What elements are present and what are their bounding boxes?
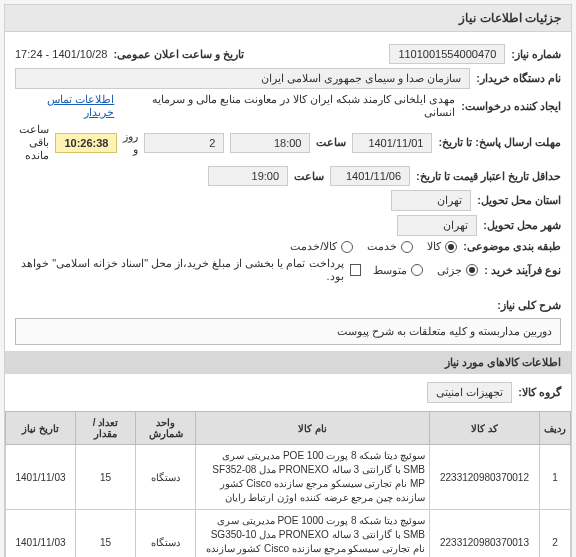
days-value: 2: [144, 133, 224, 153]
items-table: ردیف کد کالا نام کالا واحد شمارش تعداد /…: [5, 411, 571, 557]
radio-goods-service-icon: [341, 241, 353, 253]
table-row: 12233120980370012سوئیچ دیتا شبکه 8 پورت …: [6, 445, 571, 510]
group-value: تجهیزات امنیتی: [427, 382, 512, 403]
row-city: شهر محل تحویل: تهران: [15, 215, 561, 236]
contact-link[interactable]: اطلاعات تماس خریدار: [15, 93, 114, 119]
creator-label: ایجاد کننده درخواست:: [461, 100, 561, 113]
row-desc-label: شرح کلی نیاز:: [5, 299, 571, 312]
row-category: طبقه بندی موضوعی: کالا خدمت کالا/خدمت: [15, 240, 561, 253]
panel-title: جزئیات اطلاعات نیاز: [5, 5, 571, 32]
table-header-row: ردیف کد کالا نام کالا واحد شمارش تعداد /…: [6, 412, 571, 445]
process-radio-group: جزئی متوسط: [373, 264, 478, 277]
cell-qty: 15: [76, 510, 136, 558]
row-creator: ایجاد کننده درخواست: مهدی ایلخانی کارمند…: [15, 93, 561, 119]
countdown-timer: 10:26:38: [55, 133, 117, 153]
radio-goods-service-label: کالا/خدمت: [290, 240, 337, 253]
time-label-1: ساعت: [316, 136, 346, 149]
row-need-number: شماره نیاز: 1101001554000470 تاریخ و ساع…: [15, 44, 561, 64]
row-province: استان محل تحویل: تهران: [15, 190, 561, 211]
radio-medium[interactable]: متوسط: [373, 264, 423, 277]
validity-date: 1401/11/06: [330, 166, 410, 186]
radio-partial-label: جزئی: [437, 264, 462, 277]
payment-checkbox[interactable]: [350, 264, 362, 276]
th-qty: تعداد / مقدار: [76, 412, 136, 445]
radio-medium-label: متوسط: [373, 264, 407, 277]
table-body: 12233120980370012سوئیچ دیتا شبکه 8 پورت …: [6, 445, 571, 558]
cell-date: 1401/11/03: [6, 510, 76, 558]
deadline-label: مهلت ارسال پاسخ: تا تاریخ:: [438, 136, 561, 149]
province-label: استان محل تحویل:: [477, 194, 561, 207]
row-deadline: مهلت ارسال پاسخ: تا تاریخ: 1401/11/01 سا…: [15, 123, 561, 162]
process-label: نوع فرآیند خرید :: [484, 264, 561, 277]
details-panel: جزئیات اطلاعات نیاز شماره نیاز: 11010015…: [4, 4, 572, 557]
cell-qty: 15: [76, 445, 136, 510]
creator-value: مهدی ایلخانی کارمند شبکه ایران کالا در م…: [120, 93, 455, 119]
deadline-time: 18:00: [230, 133, 310, 153]
deadline-date: 1401/11/01: [352, 133, 432, 153]
category-label: طبقه بندی موضوعی:: [463, 240, 561, 253]
radio-goods-label: کالا: [427, 240, 441, 253]
city-value: تهران: [397, 215, 477, 236]
payment-note: پرداخت تمام یا بخشی از مبلغ خرید،از محل …: [15, 257, 344, 283]
th-name: نام کالا: [196, 412, 430, 445]
radio-medium-icon: [411, 264, 423, 276]
cell-code: 2233120980370013: [430, 510, 540, 558]
th-unit: واحد شمارش: [136, 412, 196, 445]
radio-partial[interactable]: جزئی: [437, 264, 478, 277]
radio-service-icon: [401, 241, 413, 253]
need-no-value: 1101001554000470: [389, 44, 505, 64]
cell-unit: دستگاه: [136, 445, 196, 510]
row-validity: حداقل تاریخ اعتبار قیمت تا تاریخ: 1401/1…: [15, 166, 561, 186]
cell-row: 2: [540, 510, 571, 558]
form-section: شماره نیاز: 1101001554000470 تاریخ و ساع…: [5, 32, 571, 295]
radio-goods-service[interactable]: کالا/خدمت: [290, 240, 353, 253]
time-label-2: ساعت: [294, 170, 324, 183]
cell-code: 2233120980370012: [430, 445, 540, 510]
validity-time: 19:00: [208, 166, 288, 186]
buyer-value: سازمان صدا و سیمای جمهوری اسلامی ایران: [15, 68, 470, 89]
city-label: شهر محل تحویل:: [483, 219, 561, 232]
cell-name: سوئیچ دیتا شبکه 8 پورت POE 100 مدیریتی س…: [196, 445, 430, 510]
announce-value: 1401/10/28 - 17:24: [15, 48, 107, 60]
validity-label: حداقل تاریخ اعتبار قیمت تا تاریخ:: [416, 170, 561, 183]
buyer-label: نام دستگاه خریدار:: [476, 72, 561, 85]
radio-service-label: خدمت: [367, 240, 397, 253]
row-buyer: نام دستگاه خریدار: سازمان صدا و سیمای جم…: [15, 68, 561, 89]
desc-label: شرح کلی نیاز:: [497, 299, 561, 312]
radio-service[interactable]: خدمت: [367, 240, 413, 253]
province-value: تهران: [391, 190, 471, 211]
items-header: اطلاعات کالاهای مورد نیاز: [5, 351, 571, 374]
cell-row: 1: [540, 445, 571, 510]
cell-date: 1401/11/03: [6, 445, 76, 510]
category-radio-group: کالا خدمت کالا/خدمت: [290, 240, 457, 253]
row-group: گروه کالا: تجهیزات امنیتی: [5, 378, 571, 407]
cell-name: سوئیچ دیتا شبکه 8 پورت POE 1000 مدیریتی …: [196, 510, 430, 558]
th-code: کد کالا: [430, 412, 540, 445]
radio-partial-icon: [466, 264, 478, 276]
days-label: روز و: [123, 130, 138, 156]
th-row: ردیف: [540, 412, 571, 445]
remaining-label: ساعت باقی مانده: [15, 123, 49, 162]
cell-unit: دستگاه: [136, 510, 196, 558]
radio-goods-icon: [445, 241, 457, 253]
th-date: تاریخ نیاز: [6, 412, 76, 445]
need-no-label: شماره نیاز:: [511, 48, 561, 61]
table-row: 22233120980370013سوئیچ دیتا شبکه 8 پورت …: [6, 510, 571, 558]
row-process: نوع فرآیند خرید : جزئی متوسط پرداخت تمام…: [15, 257, 561, 283]
radio-goods[interactable]: کالا: [427, 240, 457, 253]
announce-label: تاریخ و ساعت اعلان عمومی:: [113, 48, 244, 61]
group-label: گروه کالا:: [518, 386, 561, 399]
description-box: دوربین مداربسته و کلیه متعلقات به شرح پی…: [15, 318, 561, 345]
